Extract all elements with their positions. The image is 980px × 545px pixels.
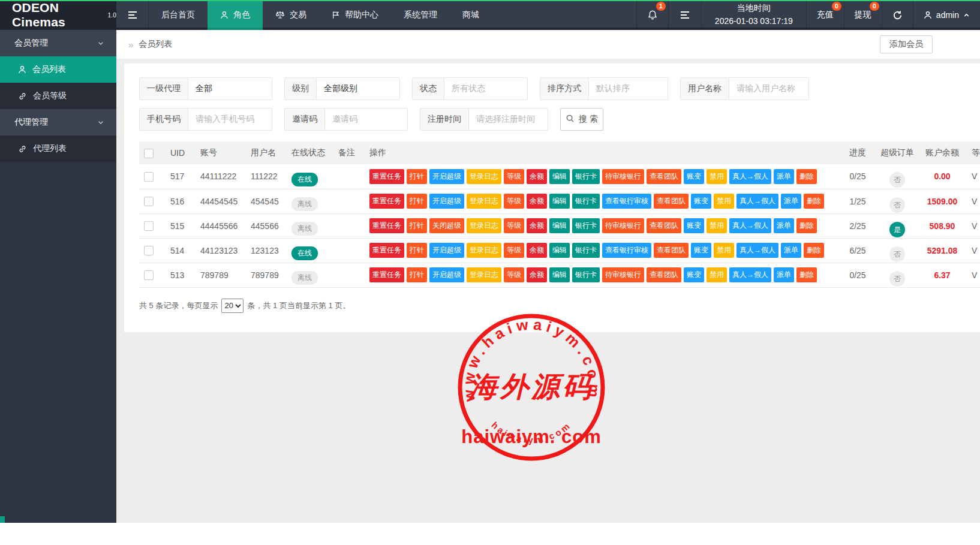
search-button[interactable]: 搜 索 (560, 108, 603, 131)
account-change-button[interactable]: 账变 (691, 243, 711, 258)
add-member-button[interactable]: 添加会员 (880, 35, 933, 53)
nav-item-5[interactable]: 商城 (450, 0, 492, 30)
edit-button[interactable]: 编辑 (549, 218, 570, 233)
select-all-checkbox[interactable] (144, 149, 154, 158)
disable-button[interactable]: 禁用 (707, 218, 727, 233)
user-menu[interactable]: admin (913, 0, 980, 30)
bank-card-button[interactable]: 银行卡 (572, 194, 600, 209)
filter-select-value[interactable]: 默认排序 (589, 78, 668, 100)
delete-button[interactable]: 删除 (804, 194, 824, 209)
page-size-select[interactable]: 20 (221, 299, 244, 313)
pending-bank-review-button[interactable]: 待审核银行 (602, 169, 644, 184)
level-button[interactable]: 等级 (504, 218, 524, 233)
login-log-button[interactable]: 登录日志 (467, 169, 501, 184)
nav-item-2[interactable]: 交易 (263, 0, 319, 30)
notifications-button[interactable]: 1 (636, 0, 668, 30)
inject-button[interactable]: 打针 (407, 169, 427, 184)
delete-button[interactable]: 删除 (796, 169, 817, 184)
filter-select-value[interactable]: 全部级别 (317, 78, 399, 100)
refresh-button[interactable] (882, 0, 913, 30)
pending-bank-review-button[interactable]: 待审核银行 (602, 218, 644, 233)
view-bank-review-button[interactable]: 查看银行审核 (602, 243, 651, 258)
filter-select-value[interactable]: 全部 (188, 78, 272, 100)
inject-button[interactable]: 打针 (407, 218, 427, 233)
nav-item-4[interactable]: 系统管理 (391, 0, 450, 30)
filter-text-input[interactable]: 请输入手机号码 (188, 109, 272, 130)
reset-task-button[interactable]: 重置任务 (369, 267, 404, 282)
balance-button[interactable]: 余额 (527, 169, 547, 184)
enable-super-button[interactable]: 开启超级 (429, 267, 464, 282)
real-to-fake-button[interactable]: 真人→假人 (736, 243, 778, 258)
level-button[interactable]: 等级 (504, 267, 524, 282)
row-checkbox[interactable] (144, 246, 154, 255)
level-button[interactable]: 等级 (504, 169, 524, 184)
balance-button[interactable]: 余额 (527, 267, 547, 282)
disable-button[interactable]: 禁用 (714, 194, 734, 209)
view-team-button[interactable]: 查看团队 (654, 194, 689, 209)
real-to-fake-button[interactable]: 真人→假人 (729, 218, 771, 233)
delete-button[interactable]: 删除 (804, 243, 824, 258)
sidebar-item-0-1[interactable]: 会员等级 (0, 83, 116, 109)
account-change-button[interactable]: 账变 (684, 267, 704, 282)
bank-card-button[interactable]: 银行卡 (572, 267, 600, 282)
dispatch-order-button[interactable]: 派单 (774, 218, 794, 233)
row-checkbox[interactable] (144, 270, 154, 280)
reset-task-button[interactable]: 重置任务 (369, 169, 404, 184)
dispatch-order-button[interactable]: 派单 (774, 169, 794, 184)
view-team-button[interactable]: 查看团队 (647, 218, 681, 233)
sidebar-item-1-0[interactable]: 代理列表 (0, 136, 116, 162)
bank-card-button[interactable]: 银行卡 (572, 243, 600, 258)
delete-button[interactable]: 删除 (796, 267, 817, 282)
balance-button[interactable]: 余额 (527, 194, 547, 209)
balance-button[interactable]: 余额 (527, 218, 547, 233)
dispatch-order-button[interactable]: 派单 (781, 194, 801, 209)
right-menu-toggle-icon[interactable] (668, 0, 701, 30)
filter-text-input[interactable]: 邀请码 (325, 109, 407, 130)
balance-button[interactable]: 余额 (527, 243, 547, 258)
row-checkbox[interactable] (144, 221, 154, 231)
dispatch-order-button[interactable]: 派单 (774, 267, 794, 282)
nav-item-1[interactable]: 角色 (208, 0, 263, 30)
account-change-button[interactable]: 账变 (684, 218, 704, 233)
enable-super-button[interactable]: 开启超级 (429, 194, 464, 209)
inject-button[interactable]: 打针 (407, 243, 427, 258)
view-team-button[interactable]: 查看团队 (647, 267, 681, 282)
sidebar-group-1[interactable]: 代理管理 (0, 109, 116, 136)
nav-item-0[interactable]: 后台首页 (149, 0, 208, 30)
bank-card-button[interactable]: 银行卡 (572, 169, 600, 184)
view-team-button[interactable]: 查看团队 (654, 243, 689, 258)
bank-card-button[interactable]: 银行卡 (572, 218, 600, 233)
pending-bank-review-button[interactable]: 待审核银行 (602, 267, 644, 282)
real-to-fake-button[interactable]: 真人→假人 (729, 169, 771, 184)
inject-button[interactable]: 打针 (407, 267, 427, 282)
dispatch-order-button[interactable]: 派单 (781, 243, 801, 258)
edit-button[interactable]: 编辑 (549, 243, 570, 258)
level-button[interactable]: 等级 (504, 194, 524, 209)
real-to-fake-button[interactable]: 真人→假人 (729, 267, 771, 282)
disable-button[interactable]: 禁用 (714, 243, 734, 258)
account-change-button[interactable]: 账变 (684, 169, 704, 184)
recharge-button[interactable]: 充值 0 (806, 0, 844, 30)
row-checkbox[interactable] (144, 197, 154, 206)
delete-button[interactable]: 删除 (796, 218, 817, 233)
login-log-button[interactable]: 登录日志 (467, 243, 501, 258)
reset-task-button[interactable]: 重置任务 (369, 194, 404, 209)
login-log-button[interactable]: 登录日志 (467, 267, 501, 282)
edit-button[interactable]: 编辑 (549, 194, 570, 209)
edit-button[interactable]: 编辑 (549, 169, 570, 184)
login-log-button[interactable]: 登录日志 (467, 218, 501, 233)
row-checkbox[interactable] (144, 172, 154, 182)
disable-button[interactable]: 禁用 (707, 267, 727, 282)
inject-button[interactable]: 打针 (407, 194, 427, 209)
enable-super-button[interactable]: 开启超级 (429, 243, 464, 258)
disable-super-button[interactable]: 关闭超级 (429, 218, 464, 233)
nav-item-3[interactable]: 帮助中心 (319, 0, 391, 30)
level-button[interactable]: 等级 (504, 243, 524, 258)
sidebar-item-0-0[interactable]: 会员列表 (0, 56, 116, 83)
filter-text-input[interactable]: 请输入用户名称 (729, 78, 808, 100)
real-to-fake-button[interactable]: 真人→假人 (736, 194, 778, 209)
edit-button[interactable]: 编辑 (549, 267, 570, 282)
menu-toggle-icon[interactable] (116, 0, 149, 30)
view-bank-review-button[interactable]: 查看银行审核 (602, 194, 651, 209)
horizontal-scrollbar-area[interactable] (0, 523, 980, 545)
